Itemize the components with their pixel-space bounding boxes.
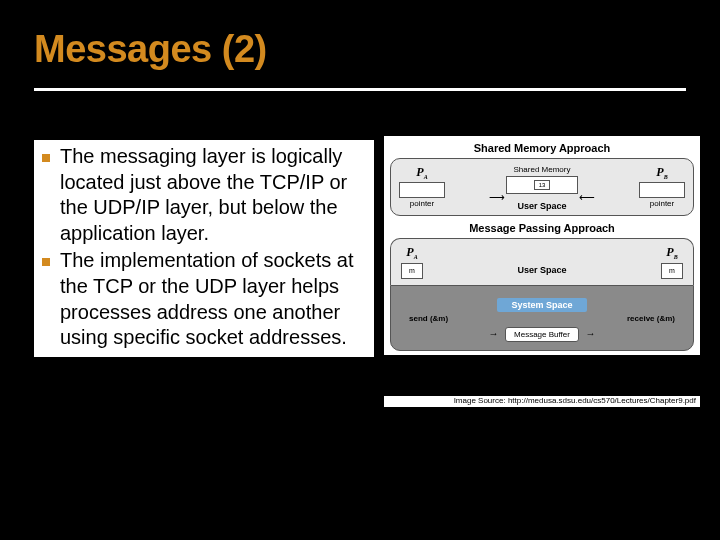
- body-text-area: The messaging layer is logically located…: [34, 140, 374, 357]
- pointer-label-a: pointer: [399, 199, 445, 208]
- process-b-label: PB: [639, 165, 685, 180]
- figure2-lower: System Space send (&m) receive (&m) → Me…: [390, 285, 694, 351]
- arrow-left-icon: ⟵: [579, 192, 595, 203]
- shared-memory-box: 13: [506, 176, 578, 194]
- m-box-a: m: [401, 263, 423, 279]
- figure1-box: PA pointer Shared Memory 13 PB po: [390, 158, 694, 216]
- figure1-title: Shared Memory Approach: [390, 142, 694, 154]
- process-b-group: PB pointer: [639, 165, 685, 208]
- process-b-label-2: PB: [661, 245, 683, 260]
- process-b-box: [639, 182, 685, 198]
- user-space-mid: User Space: [429, 245, 655, 277]
- user-space-label-2: User Space: [517, 265, 566, 275]
- arrow-out-buffer-icon: →: [585, 328, 595, 339]
- bullet-item: The messaging layer is logically located…: [38, 144, 368, 246]
- bullet-item: The implementation of sockets at the TCP…: [38, 248, 368, 350]
- shared-memory-group: Shared Memory 13: [451, 165, 633, 194]
- process-a-group: PA pointer: [399, 165, 445, 208]
- arrow-right-icon: ⟶: [489, 192, 505, 203]
- arrow-into-buffer-icon: →: [489, 328, 499, 339]
- slide-title: Messages (2): [34, 28, 267, 71]
- send-recv-row: send (&m) receive (&m): [401, 314, 683, 323]
- image-credit: Image Source: http://medusa.sdsu.edu/cs5…: [384, 396, 700, 407]
- system-space-label: System Space: [497, 298, 586, 312]
- process-a-box: [399, 182, 445, 198]
- buffer-row: → Message Buffer →: [401, 323, 683, 342]
- figure2-upper: PA m User Space PB m ↓ ↑: [390, 238, 694, 284]
- title-underline: [34, 88, 686, 91]
- figure2-title: Message Passing Approach: [390, 222, 694, 234]
- shared-memory-label: Shared Memory: [451, 165, 633, 174]
- process-b-group-2: PB m: [661, 245, 683, 278]
- bullet-list: The messaging layer is logically located…: [38, 144, 368, 351]
- m-box-b: m: [661, 263, 683, 279]
- process-a-label: PA: [399, 165, 445, 180]
- figure-area: Shared Memory Approach PA pointer Shared…: [384, 136, 700, 355]
- process-a-label-2: PA: [401, 245, 423, 260]
- process-a-group-2: PA m: [401, 245, 423, 278]
- figure2-row: PA m User Space PB m: [401, 245, 683, 278]
- pointer-label-b: pointer: [639, 199, 685, 208]
- shared-memory-cell: 13: [534, 180, 550, 190]
- send-label: send (&m): [409, 314, 448, 323]
- receive-label: receive (&m): [627, 314, 675, 323]
- figure2-container: PA m User Space PB m ↓ ↑: [390, 238, 694, 350]
- message-buffer-box: Message Buffer: [505, 327, 579, 342]
- slide: Messages (2) The messaging layer is logi…: [0, 0, 720, 540]
